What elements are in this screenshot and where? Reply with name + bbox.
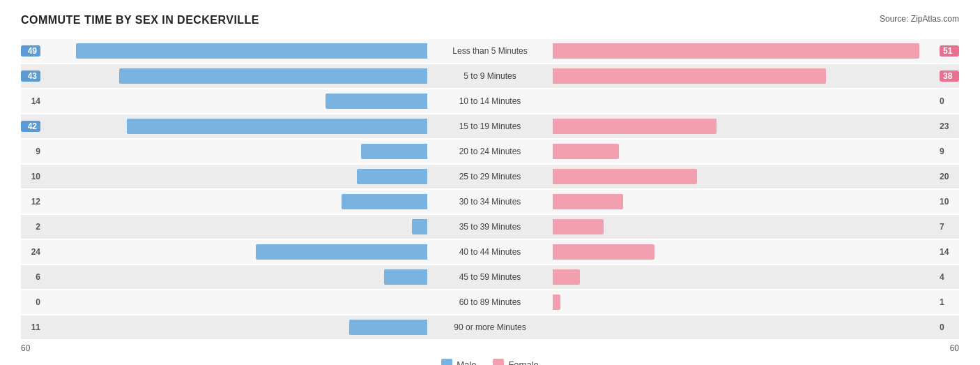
male-bar-wrap bbox=[45, 244, 427, 260]
table-row: 49 Less than 5 Minutes 51 bbox=[21, 39, 959, 63]
male-value: 42 bbox=[21, 121, 40, 132]
male-value: 9 bbox=[21, 147, 40, 156]
male-bar bbox=[256, 244, 427, 260]
table-row: 12 30 to 34 Minutes 10 bbox=[21, 190, 959, 214]
female-value: 4 bbox=[940, 272, 959, 282]
row-label: 60 to 89 Minutes bbox=[427, 297, 553, 307]
female-bar-wrap bbox=[553, 169, 935, 184]
male-value: 6 bbox=[21, 272, 40, 282]
male-bar bbox=[326, 94, 427, 109]
female-bar-wrap bbox=[553, 219, 935, 234]
male-bar-wrap bbox=[45, 269, 427, 285]
axis-row: 60 60 bbox=[21, 343, 959, 353]
female-bar bbox=[553, 269, 580, 285]
male-bar bbox=[127, 119, 427, 134]
male-value: 10 bbox=[21, 172, 40, 181]
axis-right: 60 bbox=[950, 343, 959, 353]
male-bar bbox=[412, 219, 427, 234]
table-row: 24 40 to 44 Minutes 14 bbox=[21, 240, 959, 264]
male-bar bbox=[384, 269, 427, 285]
male-bar bbox=[349, 320, 427, 335]
female-bar-wrap bbox=[553, 194, 935, 209]
male-bar-wrap bbox=[45, 295, 427, 310]
female-value: 10 bbox=[940, 197, 959, 207]
row-label: 20 to 24 Minutes bbox=[427, 147, 553, 156]
female-value: 1 bbox=[940, 297, 959, 307]
female-bar bbox=[553, 295, 560, 310]
male-bar bbox=[119, 68, 427, 84]
male-value: 24 bbox=[21, 247, 40, 257]
male-bar-wrap bbox=[45, 194, 427, 209]
legend: Male Female bbox=[21, 359, 959, 365]
row-label: 30 to 34 Minutes bbox=[427, 197, 553, 207]
male-bar-wrap bbox=[45, 219, 427, 234]
male-value: 43 bbox=[21, 70, 40, 82]
female-bar bbox=[553, 119, 717, 134]
axis-left: 60 bbox=[21, 343, 30, 353]
male-value: 0 bbox=[21, 297, 40, 307]
female-value: 38 bbox=[940, 70, 959, 82]
table-row: 6 45 to 59 Minutes 4 bbox=[21, 265, 959, 289]
row-label: 90 or more Minutes bbox=[427, 322, 553, 332]
female-bar bbox=[553, 194, 623, 209]
female-bar-wrap bbox=[553, 68, 935, 84]
female-value: 14 bbox=[940, 247, 959, 257]
legend-male-label: Male bbox=[457, 359, 476, 366]
male-bar-wrap bbox=[45, 320, 427, 335]
female-bar bbox=[553, 244, 654, 260]
female-bar-wrap bbox=[553, 94, 935, 109]
row-label: 40 to 44 Minutes bbox=[427, 247, 553, 257]
male-value: 14 bbox=[21, 96, 40, 106]
female-bar-wrap bbox=[553, 119, 935, 134]
chart-area: 49 Less than 5 Minutes 51 43 5 to 9 Minu… bbox=[21, 39, 959, 365]
table-row: 0 60 to 89 Minutes 1 bbox=[21, 290, 959, 314]
male-bar-wrap bbox=[45, 169, 427, 184]
table-row: 2 35 to 39 Minutes 7 bbox=[21, 215, 959, 239]
female-bar-wrap bbox=[553, 269, 935, 285]
table-row: 43 5 to 9 Minutes 38 bbox=[21, 64, 959, 88]
female-bar-wrap bbox=[553, 144, 935, 159]
female-bar bbox=[553, 144, 619, 159]
female-bar-wrap bbox=[553, 295, 935, 310]
female-value: 20 bbox=[940, 172, 959, 181]
female-bar bbox=[553, 219, 604, 234]
female-bar-wrap bbox=[553, 43, 935, 59]
male-value: 11 bbox=[21, 322, 40, 332]
female-value: 0 bbox=[940, 96, 959, 106]
chart-title: COMMUTE TIME BY SEX IN DECKERVILLE bbox=[21, 14, 259, 27]
row-label: 15 to 19 Minutes bbox=[427, 121, 553, 131]
legend-male-box bbox=[441, 359, 452, 365]
male-value: 2 bbox=[21, 222, 40, 232]
row-label: 25 to 29 Minutes bbox=[427, 172, 553, 181]
male-bar bbox=[361, 144, 427, 159]
row-label: 45 to 59 Minutes bbox=[427, 272, 553, 282]
legend-female-label: Female bbox=[508, 359, 538, 366]
female-bar bbox=[553, 169, 697, 184]
male-value: 12 bbox=[21, 197, 40, 207]
female-value: 23 bbox=[940, 121, 959, 131]
male-bar bbox=[342, 194, 427, 209]
female-value: 51 bbox=[940, 45, 959, 57]
male-bar-wrap bbox=[45, 94, 427, 109]
male-bar-wrap bbox=[45, 144, 427, 159]
table-row: 11 90 or more Minutes 0 bbox=[21, 315, 959, 339]
source-label: Source: ZipAtlas.com bbox=[880, 14, 959, 24]
row-label: 5 to 9 Minutes bbox=[427, 71, 553, 81]
male-bar-wrap bbox=[45, 68, 427, 84]
table-row: 14 10 to 14 Minutes 0 bbox=[21, 89, 959, 113]
male-bar bbox=[357, 169, 427, 184]
male-bar-wrap bbox=[45, 43, 427, 59]
row-label: 10 to 14 Minutes bbox=[427, 96, 553, 106]
male-bar bbox=[76, 43, 427, 59]
female-bar-wrap bbox=[553, 244, 935, 260]
legend-male: Male bbox=[441, 359, 476, 365]
female-value: 7 bbox=[940, 222, 959, 232]
table-row: 42 15 to 19 Minutes 23 bbox=[21, 114, 959, 138]
female-bar bbox=[553, 68, 826, 84]
female-bar-wrap bbox=[553, 320, 935, 335]
row-label: Less than 5 Minutes bbox=[427, 46, 553, 56]
female-bar bbox=[553, 43, 919, 59]
female-value: 0 bbox=[940, 322, 959, 332]
male-bar-wrap bbox=[45, 119, 427, 134]
legend-female-box bbox=[493, 359, 504, 365]
